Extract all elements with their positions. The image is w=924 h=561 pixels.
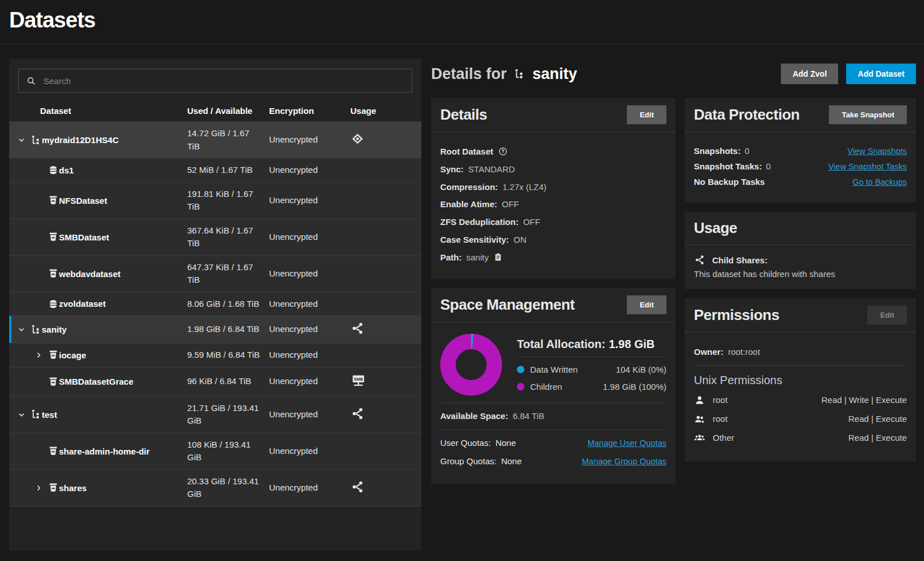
data-protection-row: Snapshot Tasks:0View Snapshot Tasks: [694, 161, 907, 171]
root-dataset-icon: [514, 68, 526, 80]
dp-value: 0: [745, 146, 749, 156]
dataset-row[interactable]: ds152 MiB / 1.67 TiBUnencrypted: [9, 158, 421, 182]
dataset-row[interactable]: iocage9.59 MiB / 6.84 TiBUnencrypted: [9, 343, 421, 367]
chevron-right-icon[interactable]: [34, 350, 48, 360]
space-donut-chart: [440, 334, 502, 396]
group-quotas-label: Group Quotas:: [440, 455, 496, 468]
add-zvol-button[interactable]: Add Zvol: [781, 64, 838, 84]
smb-icon[interactable]: SMB: [350, 373, 366, 389]
details-for-title: Details for sanity: [431, 65, 577, 83]
property-value: OFF: [502, 198, 519, 211]
used-available-value: 21.71 GiB / 193.41 GiB: [187, 402, 269, 428]
dataset-row[interactable]: webdavdataset647.37 KiB / 1.67 TiBUnencr…: [9, 255, 421, 292]
permission-entity: root: [713, 414, 728, 424]
property-label: Sync:: [440, 163, 464, 176]
user-quotas-value: None: [495, 438, 516, 448]
add-dataset-button[interactable]: Add Dataset: [846, 64, 916, 84]
user-quotas-row: User Quotas: None Manage User Quotas: [440, 437, 666, 449]
encryption-value: Unencrypted: [269, 323, 350, 336]
property-label: Case Sensitivity:: [440, 234, 509, 246]
help-icon[interactable]: ?: [498, 147, 508, 156]
dataset-name-label: ds1: [59, 165, 74, 175]
dp-label: No Backup Tasks: [694, 177, 765, 187]
manage-group-quotas-link[interactable]: Manage Group Quotas: [582, 457, 666, 466]
take-snapshot-button[interactable]: Take Snapshot: [829, 105, 907, 124]
encryption-value: Unencrypted: [269, 408, 350, 421]
permission-values: Read | Execute: [848, 433, 907, 443]
dataset-row[interactable]: NFSDataset191.81 KiB / 1.67 TiBUnencrypt…: [9, 182, 421, 219]
zvol-icon: [48, 298, 59, 310]
encryption-value: Unencrypted: [269, 164, 350, 177]
chevron-down-icon[interactable]: [17, 410, 30, 420]
dataset-row[interactable]: sanity1.98 GiB / 6.84 TiBUnencrypted: [9, 315, 421, 343]
manage-user-quotas-link[interactable]: Manage User Quotas: [587, 438, 666, 448]
share-icon[interactable]: [350, 321, 365, 335]
table-header-row: Dataset Used / Available Encryption Usag…: [9, 102, 421, 121]
available-space: Available Space: 6.84 TiB: [440, 410, 666, 422]
page-header: Datasets: [0, 0, 924, 45]
permission-entity: root: [713, 395, 728, 405]
used-available-value: 52 MiB / 1.67 TiB: [187, 164, 269, 177]
encryption-value: Unencrypted: [269, 481, 350, 495]
total-allocation: Total Allocation:1.98 GiB: [517, 338, 666, 357]
dataset-tree-panel: Dataset Used / Available Encryption Usag…: [9, 59, 421, 551]
used-available-value: 108 KiB / 193.41 GiB: [187, 438, 269, 464]
used-available-value: 191.81 KiB / 1.67 TiB: [187, 188, 269, 214]
search-input[interactable]: [42, 76, 405, 86]
details-area: Details for sanity Add Zvol Add Dataset …: [431, 59, 916, 551]
property-value: sanity: [467, 251, 489, 264]
details-property-row: ZFS Deduplication:OFF: [440, 216, 666, 228]
svg-text:SMB: SMB: [354, 376, 363, 381]
permission-entity: Other: [713, 433, 735, 443]
go-to-backups-link[interactable]: Go to Backups: [852, 177, 907, 187]
dataset-name-label: sanity: [42, 325, 66, 334]
details-edit-button[interactable]: Edit: [627, 105, 666, 124]
usage-card: Usage Child Shares: This dataset has chi…: [685, 212, 916, 289]
zvol-icon: [48, 164, 59, 176]
chevron-down-icon[interactable]: [17, 135, 30, 145]
details-property-row: Compression:1.27x (LZ4): [440, 181, 666, 193]
space-management-card: Space Management Edit Total Allocation:1…: [431, 288, 676, 483]
property-label: ZFS Deduplication:: [440, 216, 519, 228]
legend-row: Children1.98 GiB (100%): [517, 382, 666, 392]
permission-values: Read | Execute: [848, 414, 907, 424]
share-icon[interactable]: [350, 406, 365, 421]
dataset-row[interactable]: SMBDataset367.64 KiB / 1.67 TiBUnencrypt…: [9, 219, 421, 255]
apps-icon[interactable]: [350, 132, 365, 146]
dataset-name-label: webdavdataset: [59, 269, 121, 279]
dataset-row[interactable]: SMBDatasetGrace96 KiB / 6.84 TiBUnencryp…: [9, 367, 421, 396]
view-snapshots-link[interactable]: View Snapshots: [847, 147, 907, 156]
property-label: Enable Atime:: [440, 198, 497, 211]
usage-cell: SMB: [350, 373, 421, 391]
property-label: Path:: [440, 251, 462, 264]
group-quotas-row: Group Quotas: None Manage Group Quotas: [440, 455, 666, 468]
unix-permissions-subtitle: Unix Permissions: [694, 374, 907, 387]
dataset-row[interactable]: share-admin-home-dir108 KiB / 193.41 GiB…: [9, 433, 421, 469]
dataset-icon: [48, 482, 59, 493]
group-quotas-value: None: [501, 456, 522, 466]
share-icon[interactable]: [350, 480, 365, 494]
copy-icon[interactable]: [493, 252, 503, 262]
dataset-row[interactable]: zvoldataset8.06 GiB / 1.68 TiBUnencrypte…: [9, 292, 421, 316]
column-header-dataset: Dataset: [9, 106, 187, 116]
dp-label: Snapshots:: [694, 146, 741, 156]
encryption-value: Unencrypted: [269, 375, 350, 388]
view-snapshot-tasks-link[interactable]: View Snapshot Tasks: [828, 162, 907, 171]
property-value: 1.27x (LZ4): [503, 181, 547, 193]
chevron-down-icon[interactable]: [17, 325, 30, 334]
share-icon: [694, 254, 705, 266]
search-box[interactable]: [18, 69, 412, 93]
dataset-row[interactable]: mydraid12D1HS4C14.72 GiB / 1.67 TiBUnenc…: [9, 121, 421, 158]
dataset-name-label: share-admin-home-dir: [59, 447, 149, 456]
person-icon: [694, 394, 705, 406]
dataset-row[interactable]: shares20.33 GiB / 193.41 GiBUnencrypted: [9, 469, 421, 507]
data-protection-row: No Backup TasksGo to Backups: [694, 177, 907, 187]
permissions-edit-button[interactable]: Edit: [867, 306, 907, 325]
dataset-name-label: SMBDataset: [59, 232, 109, 242]
dataset-name-label: SMBDatasetGrace: [59, 377, 133, 386]
chevron-right-icon[interactable]: [34, 483, 48, 493]
unix-permission-row: rootRead | Write | Execute: [694, 394, 907, 406]
dataset-row[interactable]: test21.71 GiB / 193.41 GiBUnencrypted: [9, 396, 421, 433]
dp-value: 0: [766, 161, 771, 171]
space-edit-button[interactable]: Edit: [627, 295, 666, 314]
